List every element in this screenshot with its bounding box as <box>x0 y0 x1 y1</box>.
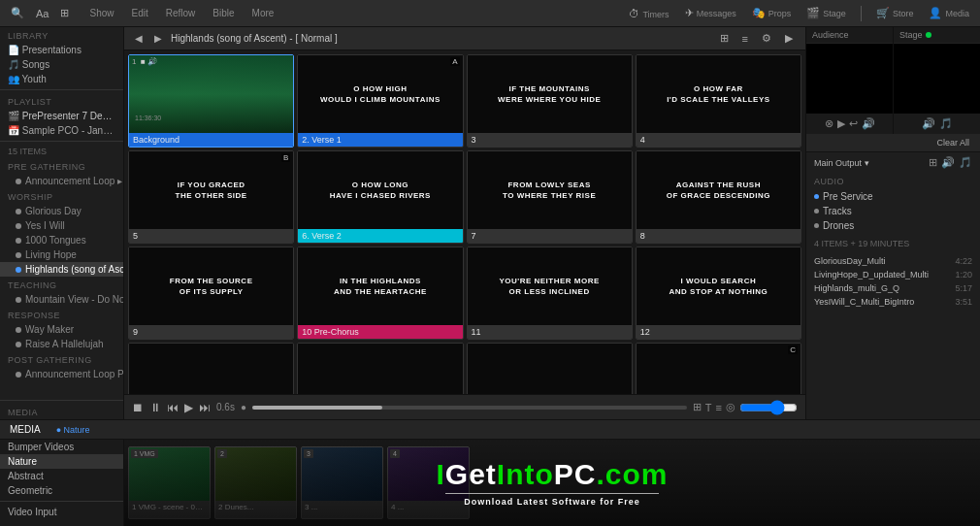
text-btn[interactable]: Aa <box>31 6 53 21</box>
sidebar-item-songs[interactable]: 🎵 Songs <box>0 57 123 72</box>
playlist-item-1[interactable]: GloriousDay_Multi 4:22 <box>806 254 980 268</box>
slide-cell-2[interactable]: A O HOW HIGHWOULD I CLIMB MOUNTAINS 2. V… <box>297 54 463 148</box>
cat-bumper-videos[interactable]: Bumper Videos <box>0 440 123 454</box>
next-btn[interactable]: ⏭ <box>199 401 211 414</box>
sidebar-1000-tongues[interactable]: 1000 Tongues <box>0 233 123 247</box>
sidebar-div1 <box>0 89 123 90</box>
output-vol-btn[interactable]: ⊞ <box>929 156 937 169</box>
slide-cell-5[interactable]: B IF YOU GRACEDTHE OTHER SIDE 5 <box>128 150 294 244</box>
media-btn[interactable]: 👤 Media <box>924 5 974 21</box>
cat-nature[interactable]: Nature <box>0 454 123 469</box>
sidebar-announcement-loop[interactable]: Announcement Loop ▸ Pres... <box>0 174 123 188</box>
playlist-item-3[interactable]: Highlands_multi_G_Q 5:17 <box>806 281 980 295</box>
store-btn[interactable]: 🛒 Store <box>871 5 919 21</box>
nav-back-btn[interactable]: ◀ <box>132 32 146 45</box>
grid-tool-btn[interactable]: ⊞ <box>693 401 702 413</box>
play-btn[interactable]: ▶ <box>780 30 798 47</box>
audience-prev-btn[interactable]: ↩ <box>849 117 858 130</box>
text-tool-btn[interactable]: T <box>705 402 712 413</box>
media-thumbs[interactable]: 1 VMG - scene - 05:00 1 VMG 2 Dunes... 2… <box>124 440 980 526</box>
sidebar-way-maker[interactable]: Way Maker <box>0 322 123 337</box>
list-tool-btn[interactable]: ≡ <box>716 402 722 413</box>
media-thumb-1[interactable]: 1 VMG - scene - 05:00 1 VMG <box>128 446 211 519</box>
tab-more[interactable]: More <box>248 6 278 20</box>
slide-cell-11[interactable]: YOU'RE NEITHER MOREOR LESS INCLINED 11 <box>467 247 633 340</box>
search-btn[interactable]: 🔍 <box>6 5 29 21</box>
settings-btn[interactable]: ⚙ <box>757 30 776 47</box>
slide-cell-1[interactable]: 1 ■🔊 11:36:30 Background <box>128 54 294 148</box>
pause-btn[interactable]: ⏸ <box>149 401 161 414</box>
slide-text-7: FROM LOWLY SEASTO WHERE THEY RISE <box>499 176 600 205</box>
sidebar-playlist-pco[interactable]: 📅 Sample PCO - January 22... <box>0 123 123 138</box>
slide-cell-13[interactable]: 9 <box>128 343 294 394</box>
sidebar-announcement-loop2[interactable]: Announcement Loop Presen... <box>0 367 123 381</box>
sidebar-glorious-day[interactable]: Glorious Day <box>0 204 123 218</box>
stage-vol-btn[interactable]: 🔊 <box>922 117 935 130</box>
audience-vol-btn[interactable]: 🔊 <box>862 117 875 130</box>
audience-clear-btn[interactable]: ⊗ <box>825 117 833 130</box>
slide-cell-3[interactable]: IF THE MOUNTAINSWERE WHERE YOU HIDE 3 <box>467 54 633 148</box>
output-mute-btn[interactable]: 🔊 <box>941 156 955 169</box>
slide-cell-16[interactable]: C 12 <box>636 343 801 394</box>
cat-abstract[interactable]: Abstract <box>0 469 123 483</box>
slide-cell-7[interactable]: FROM LOWLY SEASTO WHERE THEY RISE 7 <box>467 150 633 244</box>
nav-forward-btn[interactable]: ▶ <box>151 32 165 45</box>
sidebar-living-hope[interactable]: Living Hope <box>0 247 123 262</box>
zoom-slider[interactable] <box>739 400 798 415</box>
sidebar-mountain-view[interactable]: Mountain View - Do Not Jud... <box>0 292 123 307</box>
slide-grid-wrapper[interactable]: 1 ■🔊 11:36:30 Background <box>124 50 805 394</box>
output-mic-btn[interactable]: 🎵 <box>959 156 972 169</box>
media-thumb-4[interactable]: 4 ... 4 <box>387 446 470 519</box>
slide-cell-8[interactable]: AGAINST THE RUSHOF GRACE DESCENDING 8 <box>636 150 801 244</box>
props-btn[interactable]: 🎭 Props <box>747 5 797 21</box>
sidebar-playlist-demo[interactable]: 🎬 PrePresenter 7 Demo <box>0 109 123 123</box>
thumb-label-4: 4 ... <box>388 501 469 513</box>
prev-btn[interactable]: ⏮ <box>167 401 179 414</box>
audience-play-btn[interactable]: ▶ <box>837 117 845 130</box>
sidebar-yes-i-will[interactable]: Yes I Will <box>0 218 123 233</box>
audio-item-tracks[interactable]: Tracks <box>814 204 972 218</box>
slide-cell-15[interactable]: 11 <box>467 343 633 394</box>
playlist-item-2[interactable]: LivingHope_D_updated_Multi 1:20 <box>806 268 980 281</box>
sidebar-item-presentations[interactable]: 📄 Presentations <box>0 43 123 57</box>
theme-btn[interactable]: ⊞ <box>55 5 74 21</box>
tab-bible[interactable]: Bible <box>209 6 238 20</box>
tab-edit[interactable]: Edit <box>127 6 151 20</box>
stage-note-btn[interactable]: 🎵 <box>939 117 953 130</box>
slide-cell-12[interactable]: I WOULD SEARCHAND STOP AT NOTHING 12 <box>636 247 801 340</box>
sidebar-raise-hallelujah[interactable]: Raise A Hallelujah <box>0 337 123 351</box>
clear-all-btn[interactable]: Clear All <box>931 136 974 149</box>
circle-tool-btn[interactable]: ◎ <box>726 401 735 413</box>
cat-geometric[interactable]: Geometric <box>0 483 123 498</box>
tab-show[interactable]: Show <box>85 6 117 20</box>
sidebar-item-youth[interactable]: 👥 Youth <box>0 72 123 86</box>
tab-reflow[interactable]: Reflow <box>162 6 200 20</box>
play-slide-btn[interactable]: ▶ <box>184 401 193 414</box>
slide-cell-9[interactable]: FROM THE SOURCEOF ITS SUPPLY 9 <box>128 247 294 340</box>
slide-cell-14[interactable]: 10 Pre-Chorus <box>297 343 463 394</box>
grid-view-btn[interactable]: ⊞ <box>715 30 734 47</box>
stage-btn[interactable]: 🎬 Stage <box>801 5 851 21</box>
playlist-item-4[interactable]: YesIWill_C_Multi_BigIntro 3:51 <box>806 295 980 309</box>
slide-text-8: AGAINST THE RUSHOF GRACE DESCENDING <box>663 176 774 205</box>
sidebar-highlands[interactable]: Highlands (song of Ascent)... <box>0 262 123 277</box>
slide-cell-6[interactable]: O HOW LONGHAVE I CHASED RIVERS 6. Verse … <box>297 150 463 244</box>
audio-item-drones[interactable]: Drones <box>814 218 972 233</box>
messages-btn[interactable]: ✈ Messages <box>680 5 741 21</box>
media-thumb-3[interactable]: 3 ... 3 <box>301 446 383 519</box>
slide-cell-10[interactable]: IN THE HIGHLANDSAND THE HEARTACHE 10 Pre… <box>297 247 463 340</box>
stop-btn[interactable]: ⏹ <box>132 401 144 414</box>
timers-btn[interactable]: ⏱ Timers <box>624 6 673 21</box>
playlist-bottom[interactable]: GloriousDay_Multi 4:22 LivingHope_D_upda… <box>806 250 980 419</box>
slide-letter-2: A <box>450 57 459 66</box>
progress-bar[interactable] <box>252 406 687 410</box>
sidebar-scroll[interactable]: Pre Gathering Announcement Loop ▸ Pres..… <box>0 158 123 397</box>
cat-video-input[interactable]: Video Input <box>0 505 123 519</box>
slide-cell-4[interactable]: O HOW FARI'D SCALE THE VALLEYS 4 <box>636 54 801 148</box>
media-thumb-2[interactable]: 2 Dunes... 2 <box>214 446 297 519</box>
slide-thumb-9: FROM THE SOURCEOF ITS SUPPLY <box>129 247 293 325</box>
audience-title: Audience <box>806 27 893 44</box>
tab-media[interactable]: MEDIA <box>6 424 45 435</box>
list-view-btn[interactable]: ≡ <box>737 31 753 47</box>
audio-item-preservice[interactable]: Pre Service <box>814 189 972 204</box>
